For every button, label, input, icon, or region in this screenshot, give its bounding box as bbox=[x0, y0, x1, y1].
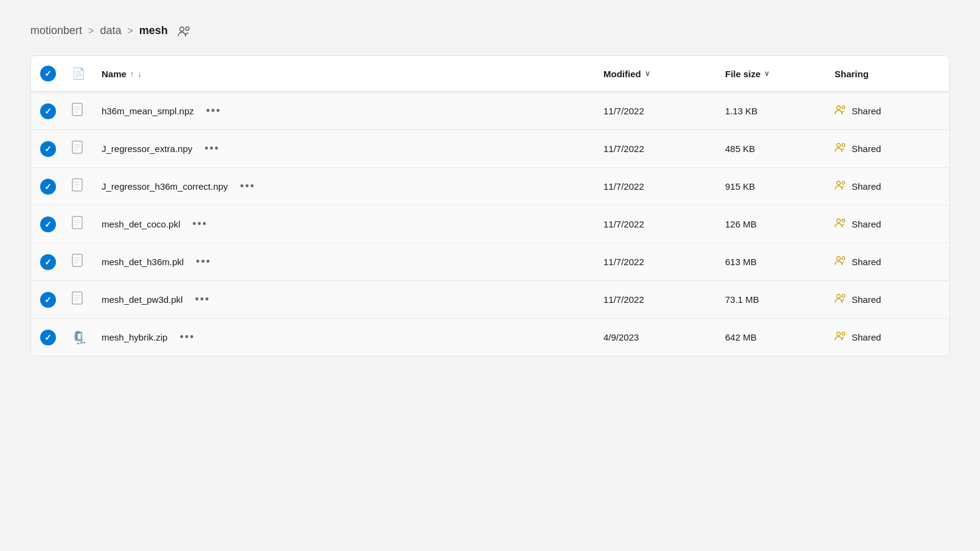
row-name-cell: J_regressor_h36m_correct.npy ••• bbox=[94, 168, 596, 206]
breadcrumb-motionbert[interactable]: motionbert bbox=[30, 24, 82, 37]
sharing-people-icon bbox=[835, 218, 847, 230]
row-sharing-cell: Shared bbox=[827, 281, 949, 319]
share-folder-icon[interactable] bbox=[178, 26, 191, 36]
header-sharing-cell: Sharing bbox=[827, 56, 949, 92]
header-name-cell[interactable]: Name ↑ ↓ bbox=[94, 56, 596, 92]
breadcrumb-data[interactable]: data bbox=[100, 24, 121, 37]
filesize-chevron-icon: ∨ bbox=[764, 69, 770, 78]
row-fileicon-cell bbox=[64, 281, 94, 319]
row-checkbox[interactable]: ✓ bbox=[40, 330, 56, 345]
row-modified-cell: 11/7/2022 bbox=[596, 130, 718, 168]
sharing-label: Shared bbox=[852, 257, 881, 267]
file-type-icon bbox=[72, 105, 83, 119]
row-more-button[interactable]: ••• bbox=[191, 253, 216, 271]
name-column-label: Name bbox=[102, 69, 127, 79]
file-size: 642 MB bbox=[725, 332, 757, 342]
sharing-column-label: Sharing bbox=[835, 69, 869, 79]
row-checkbox[interactable]: ✓ bbox=[40, 179, 56, 195]
file-name[interactable]: J_regressor_h36m_correct.npy bbox=[102, 181, 228, 192]
header-modified-cell[interactable]: Modified ∨ bbox=[596, 56, 718, 92]
breadcrumb: motionbert > data > mesh bbox=[30, 24, 950, 37]
row-name-cell: h36m_mean_smpl.npz ••• bbox=[94, 92, 596, 130]
row-checkbox[interactable]: ✓ bbox=[40, 292, 56, 308]
file-size: 1.13 KB bbox=[725, 106, 757, 116]
row-more-button[interactable]: ••• bbox=[175, 328, 200, 346]
name-sort-down-icon: ↓ bbox=[137, 69, 142, 78]
file-name[interactable]: mesh_det_pw3d.pkl bbox=[102, 294, 182, 305]
select-all-checkbox[interactable]: ✓ bbox=[40, 66, 56, 81]
file-modified-date: 11/7/2022 bbox=[603, 219, 644, 229]
row-checkbox-cell[interactable]: ✓ bbox=[31, 168, 64, 206]
svg-point-0 bbox=[179, 27, 184, 31]
row-checkbox-cell[interactable]: ✓ bbox=[31, 92, 64, 130]
file-size: 485 KB bbox=[725, 144, 755, 154]
file-modified-date: 11/7/2022 bbox=[603, 144, 644, 154]
modified-chevron-icon: ∨ bbox=[645, 69, 650, 78]
table-row: ✓ mesh_det_h36m.pkl ••• 11/7/2022 613 MB bbox=[31, 243, 949, 281]
header-fileicon-cell: 📄 bbox=[64, 56, 94, 92]
row-checkbox-cell[interactable]: ✓ bbox=[31, 243, 64, 281]
sharing-label: Shared bbox=[852, 106, 881, 116]
file-name[interactable]: mesh_det_h36m.pkl bbox=[102, 257, 184, 267]
row-sharing-cell: Shared bbox=[827, 243, 949, 281]
row-more-button[interactable]: ••• bbox=[201, 102, 226, 120]
header-filesize-cell[interactable]: File size ∨ bbox=[718, 56, 827, 92]
row-name-cell: mesh_hybrik.zip ••• bbox=[94, 319, 596, 356]
sharing-people-icon bbox=[835, 105, 847, 117]
table-header-row: ✓ 📄 Name ↑ ↓ Modified ∨ bbox=[31, 56, 949, 92]
file-modified-date: 11/7/2022 bbox=[603, 257, 644, 267]
row-checkbox[interactable]: ✓ bbox=[40, 217, 56, 232]
row-checkbox-cell[interactable]: ✓ bbox=[31, 130, 64, 168]
file-name[interactable]: h36m_mean_smpl.npz bbox=[102, 106, 194, 116]
file-name[interactable]: mesh_hybrik.zip bbox=[102, 332, 167, 342]
file-type-icon bbox=[72, 294, 83, 307]
svg-point-9 bbox=[837, 181, 841, 185]
svg-point-13 bbox=[842, 219, 845, 222]
row-checkbox[interactable]: ✓ bbox=[40, 103, 56, 119]
row-more-button[interactable]: ••• bbox=[235, 178, 260, 195]
row-modified-cell: 11/7/2022 bbox=[596, 243, 718, 281]
name-sort-up-icon: ↑ bbox=[130, 69, 134, 78]
row-more-button[interactable]: ••• bbox=[190, 291, 215, 308]
file-modified-date: 4/9/2023 bbox=[603, 332, 639, 342]
row-sharing-cell: Shared bbox=[827, 92, 949, 130]
row-modified-cell: 4/9/2023 bbox=[596, 319, 718, 356]
modified-sort-button[interactable]: Modified ∨ bbox=[603, 69, 650, 79]
row-checkbox-cell[interactable]: ✓ bbox=[31, 319, 64, 356]
row-fileicon-cell: 🗜️ bbox=[64, 319, 94, 356]
breadcrumb-current: mesh bbox=[139, 24, 168, 37]
file-type-icon bbox=[72, 143, 83, 156]
sharing-label: Shared bbox=[852, 181, 881, 192]
row-modified-cell: 11/7/2022 bbox=[596, 92, 718, 130]
row-name-cell: mesh_det_h36m.pkl ••• bbox=[94, 243, 596, 281]
breadcrumb-separator-1: > bbox=[88, 26, 94, 36]
row-fileicon-cell bbox=[64, 130, 94, 168]
file-name[interactable]: J_regressor_extra.npy bbox=[102, 144, 192, 154]
row-checkbox[interactable]: ✓ bbox=[40, 141, 56, 157]
sharing-people-icon bbox=[835, 331, 847, 344]
row-checkbox[interactable]: ✓ bbox=[40, 254, 56, 270]
file-modified-date: 11/7/2022 bbox=[603, 106, 644, 116]
table-row: ✓ h36m_mean_smpl.npz ••• 11/7/2022 1.13 … bbox=[31, 92, 949, 130]
svg-point-16 bbox=[842, 257, 845, 260]
name-sort-button[interactable]: Name ↑ ↓ bbox=[102, 69, 142, 79]
svg-point-19 bbox=[842, 294, 845, 297]
row-filesize-cell: 613 MB bbox=[718, 243, 827, 281]
file-table: ✓ 📄 Name ↑ ↓ Modified ∨ bbox=[31, 56, 949, 356]
svg-point-7 bbox=[842, 144, 845, 147]
file-type-icon bbox=[72, 218, 83, 232]
file-size: 613 MB bbox=[725, 257, 757, 267]
file-type-icon bbox=[72, 181, 83, 194]
filesize-sort-button[interactable]: File size ∨ bbox=[725, 69, 770, 79]
file-type-icon: 🗜️ bbox=[72, 331, 87, 344]
row-sharing-cell: Shared bbox=[827, 130, 949, 168]
file-name[interactable]: mesh_det_coco.pkl bbox=[102, 219, 180, 229]
row-more-button[interactable]: ••• bbox=[187, 215, 212, 233]
file-size: 73.1 MB bbox=[725, 294, 759, 305]
header-checkbox-cell[interactable]: ✓ bbox=[31, 56, 64, 92]
row-checkbox-cell[interactable]: ✓ bbox=[31, 281, 64, 319]
row-filesize-cell: 642 MB bbox=[718, 319, 827, 356]
row-more-button[interactable]: ••• bbox=[200, 140, 224, 158]
row-filesize-cell: 485 KB bbox=[718, 130, 827, 168]
row-checkbox-cell[interactable]: ✓ bbox=[31, 206, 64, 243]
